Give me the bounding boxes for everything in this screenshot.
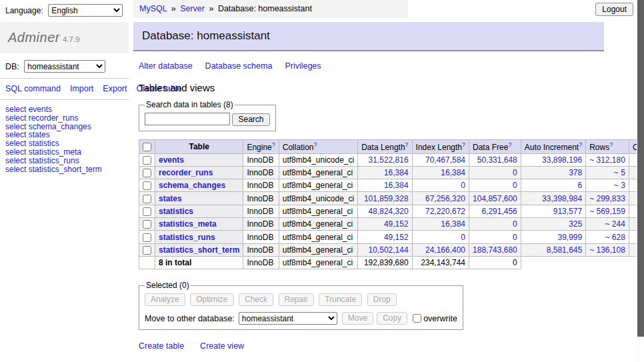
engine-cell: InnoDB [243, 205, 279, 217]
auto-increment-cell[interactable]: 33,398,984 [521, 192, 585, 205]
help-icon[interactable]: ? [508, 141, 511, 148]
data-free-cell[interactable]: 0 [469, 218, 521, 231]
overwrite-checkbox[interactable] [413, 314, 421, 323]
page-title: Database: homeassistant [133, 22, 604, 51]
database-schema-link[interactable]: Database schema [205, 61, 273, 71]
rows-cell[interactable]: ~ 312,180 [586, 153, 629, 166]
drop-button[interactable]: Drop [367, 293, 397, 306]
row-checkbox[interactable] [143, 181, 151, 190]
create-view-link[interactable]: Create view [200, 341, 244, 351]
select-all-checkbox[interactable] [143, 143, 151, 151]
help-icon[interactable]: ? [313, 141, 317, 148]
copy-button[interactable]: Copy [377, 312, 407, 325]
help-icon[interactable]: ? [609, 141, 613, 148]
analyze-button[interactable]: Analyze [145, 293, 185, 306]
data-length-cell[interactable]: 49,152 [358, 231, 412, 243]
create-table-link[interactable]: Create table [139, 341, 184, 351]
search-input[interactable] [145, 113, 230, 125]
index-length-cell[interactable]: 24,166,400 [412, 243, 469, 256]
data-free-cell[interactable]: 6,291,456 [469, 205, 521, 217]
data-length-cell[interactable]: 31,522,816 [358, 153, 412, 166]
help-icon[interactable]: ? [462, 141, 465, 148]
table-link-statistics-runs[interactable]: statistics_runs [159, 233, 215, 242]
data-length-cell[interactable]: 101,859,328 [358, 192, 412, 205]
help-icon[interactable]: ? [272, 141, 275, 148]
auto-increment-cell[interactable]: 913,577 [521, 205, 585, 217]
index-length-cell[interactable]: 67,256,320 [412, 192, 469, 205]
data-free-cell[interactable]: 50,331,648 [469, 153, 521, 166]
index-length-cell[interactable]: 16,384 [412, 218, 469, 231]
row-checkbox[interactable] [143, 195, 151, 203]
table-link-schema-changes[interactable]: schema_changes [159, 181, 225, 190]
scrollbar-thumb[interactable] [637, 0, 644, 337]
help-icon[interactable]: ? [405, 141, 409, 148]
move-button[interactable]: Move [342, 312, 373, 325]
auto-increment-cell[interactable]: 378 [521, 166, 585, 179]
table-link-recorder-runs[interactable]: recorder_runs [159, 168, 213, 177]
rows-cell[interactable]: ~ 3 [586, 179, 629, 192]
row-checkbox[interactable] [143, 169, 151, 177]
sidebar-item-select-events[interactable]: select events [5, 105, 123, 114]
auto-increment-cell[interactable]: 325 [521, 218, 585, 231]
auto-increment-cell[interactable]: 39,999 [521, 231, 585, 243]
table-link-statistics[interactable]: statistics [159, 207, 193, 216]
row-checkbox[interactable] [143, 156, 151, 165]
row-checkbox[interactable] [143, 207, 151, 216]
repair-button[interactable]: Repair [279, 293, 314, 306]
rows-cell[interactable]: ~ 569,159 [586, 205, 629, 217]
index-length-cell[interactable]: 70,467,584 [412, 153, 469, 166]
privileges-link[interactable]: Privileges [285, 61, 321, 71]
data-length-cell[interactable]: 48,824,320 [358, 205, 412, 217]
sidebar-item-select-statistics-runs[interactable]: select statistics_runs [5, 157, 123, 165]
index-length-cell[interactable]: 16,384 [412, 166, 469, 179]
table-link-statistics-short-term[interactable]: statistics_short_term [159, 245, 239, 255]
rows-cell[interactable]: ~ 5 [586, 166, 629, 179]
data-length-cell[interactable]: 49,152 [358, 218, 412, 231]
rows-cell[interactable]: ~ 136,108 [586, 243, 629, 256]
content-area: Alter databaseDatabase schemaPrivileges … [133, 61, 604, 362]
row-checkbox[interactable] [143, 246, 151, 255]
truncate-button[interactable]: Truncate [319, 293, 362, 306]
move-database-select[interactable]: homeassistant [239, 312, 337, 325]
index-length-cell[interactable]: 0 [412, 231, 469, 243]
auto-increment-cell[interactable]: 6 [521, 179, 585, 192]
row-checkbox[interactable] [143, 233, 151, 242]
data-length-cell[interactable]: 16,384 [358, 166, 412, 179]
adminer-logo[interactable]: Adminer4.7.9 [0, 22, 129, 53]
table-link-statistics-meta[interactable]: statistics_meta [159, 219, 217, 229]
db-select[interactable]: homeassistant [24, 60, 105, 73]
help-icon[interactable]: ? [579, 141, 582, 148]
vertical-scrollbar[interactable] [637, 0, 644, 362]
check-button[interactable]: Check [239, 293, 273, 306]
adminer-brand[interactable]: Adminer [8, 30, 60, 45]
search-button[interactable]: Search [232, 113, 269, 126]
data-length-cell[interactable]: 16,384 [358, 179, 412, 192]
breadcrumb-server-link[interactable]: Server [180, 4, 205, 13]
breadcrumb-mysql-link[interactable]: MySQL [139, 4, 167, 13]
auto-increment-cell[interactable]: 8,581,645 [521, 243, 585, 256]
sidebar-item-select-statistics-short-term[interactable]: select statistics_short_term [5, 165, 123, 174]
alter-database-link[interactable]: Alter database [139, 61, 193, 71]
sidebar-link-import[interactable]: Import [70, 84, 93, 93]
data-free-cell[interactable]: 0 [469, 231, 521, 243]
sidebar-item-select-statistics-meta[interactable]: select statistics_meta [5, 148, 123, 157]
index-length-cell[interactable]: 72,220,672 [412, 205, 469, 217]
data-free-cell[interactable]: 188,743,680 [469, 243, 521, 256]
rows-cell[interactable]: ~ 628 [586, 231, 629, 243]
rows-cell[interactable]: ~ 244 [586, 218, 629, 231]
rows-cell[interactable]: ~ 299,833 [586, 192, 629, 205]
row-checkbox[interactable] [143, 220, 151, 229]
auto-increment-cell[interactable]: 33,898,196 [521, 153, 585, 166]
index-length-cell[interactable]: 0 [412, 179, 469, 192]
optimize-button[interactable]: Optimize [190, 293, 233, 306]
table-link-events[interactable]: events [159, 155, 184, 165]
data-free-cell[interactable]: 104,857,600 [469, 192, 521, 205]
data-length-cell[interactable]: 10,502,144 [358, 243, 412, 256]
data-free-cell[interactable]: 0 [469, 179, 521, 192]
sidebar-link-export[interactable]: Export [103, 84, 127, 93]
language-select[interactable]: English [48, 4, 123, 17]
sidebar-item-select-recorder-runs[interactable]: select recorder_runs [5, 114, 123, 123]
data-free-cell[interactable]: 0 [469, 166, 521, 179]
table-link-states[interactable]: states [159, 194, 182, 203]
sidebar-link-sql-command[interactable]: SQL command [5, 84, 61, 93]
